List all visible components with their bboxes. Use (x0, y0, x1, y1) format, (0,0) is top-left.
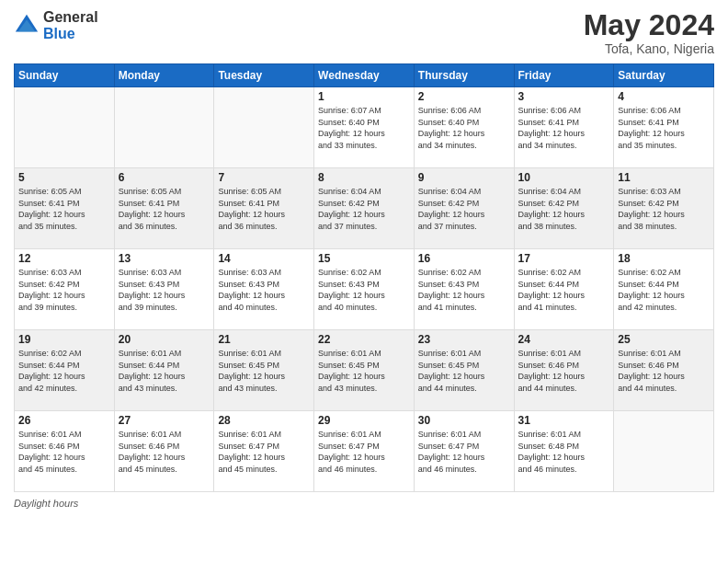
day-number: 5 (18, 171, 110, 184)
cell-text-line: Sunrise: 6:01 AM (418, 429, 510, 441)
cell-text-line: Daylight: 12 hours (218, 209, 310, 221)
calendar-cell: 30Sunrise: 6:01 AMSunset: 6:47 PMDayligh… (414, 411, 514, 492)
cell-text-line: Sunrise: 6:01 AM (218, 348, 310, 360)
cell-text-line: Daylight: 12 hours (418, 371, 510, 383)
header: General Blue May 2024 Tofa, Kano, Nigeri… (14, 9, 714, 56)
day-number: 8 (318, 171, 410, 184)
header-row: SundayMondayTuesdayWednesdayThursdayFrid… (15, 64, 714, 87)
cell-text-line: Sunrise: 6:03 AM (218, 267, 310, 279)
cell-text-line: Daylight: 12 hours (18, 371, 110, 383)
cell-text-line: Daylight: 12 hours (218, 452, 310, 464)
cell-text-line: Sunset: 6:46 PM (119, 441, 210, 453)
day-number: 6 (119, 171, 210, 184)
cell-text-line: Sunrise: 6:07 AM (318, 105, 410, 117)
calendar-cell: 23Sunrise: 6:01 AMSunset: 6:45 PMDayligh… (414, 330, 514, 411)
cell-text-line: Sunset: 6:47 PM (318, 441, 410, 453)
cell-text-line: Sunset: 6:45 PM (318, 360, 410, 372)
cell-text-line: Daylight: 12 hours (18, 290, 110, 302)
calendar-cell: 24Sunrise: 6:01 AMSunset: 6:46 PMDayligh… (514, 330, 614, 411)
cell-text-line: Sunrise: 6:06 AM (618, 105, 710, 117)
cell-text-line: and 43 minutes. (119, 383, 210, 395)
cell-text-line: Daylight: 12 hours (318, 452, 410, 464)
cell-text-line: Daylight: 12 hours (618, 290, 710, 302)
week-row-4: 19Sunrise: 6:02 AMSunset: 6:44 PMDayligh… (15, 330, 714, 411)
calendar-cell: 12Sunrise: 6:03 AMSunset: 6:42 PMDayligh… (15, 249, 115, 330)
cell-text-line: Daylight: 12 hours (119, 371, 210, 383)
cell-text-line: Daylight: 12 hours (618, 128, 710, 140)
cell-text-line: Sunset: 6:46 PM (518, 360, 610, 372)
cell-text-line: and 45 minutes. (119, 464, 210, 476)
cell-text-line: and 34 minutes. (518, 140, 610, 152)
day-number: 3 (518, 90, 610, 103)
day-number: 21 (218, 333, 310, 346)
cell-text-line: Daylight: 12 hours (518, 371, 610, 383)
footer: Daylight hours (14, 498, 714, 509)
cell-text-line: Daylight: 12 hours (418, 452, 510, 464)
calendar-cell: 19Sunrise: 6:02 AMSunset: 6:44 PMDayligh… (15, 330, 115, 411)
cell-text-line: Sunset: 6:44 PM (18, 360, 110, 372)
cell-text-line: Sunset: 6:43 PM (119, 279, 210, 291)
cell-text-line: Daylight: 12 hours (318, 209, 410, 221)
cell-text-line: Sunrise: 6:02 AM (618, 267, 710, 279)
cell-text-line: Sunrise: 6:01 AM (318, 429, 410, 441)
day-number: 2 (418, 90, 510, 103)
day-number: 17 (518, 252, 610, 265)
cell-text-line: Daylight: 12 hours (618, 209, 710, 221)
day-number: 22 (318, 333, 410, 346)
cell-text-line: and 42 minutes. (618, 302, 710, 314)
cell-text-line: Sunset: 6:48 PM (518, 441, 610, 453)
day-number: 1 (318, 90, 410, 103)
cell-text-line: and 45 minutes. (218, 464, 310, 476)
cell-text-line: Sunset: 6:41 PM (119, 198, 210, 210)
cell-text-line: Daylight: 12 hours (518, 452, 610, 464)
cell-text-line: Sunrise: 6:03 AM (618, 186, 710, 198)
calendar-cell: 14Sunrise: 6:03 AMSunset: 6:43 PMDayligh… (214, 249, 314, 330)
cell-text-line: Daylight: 12 hours (518, 290, 610, 302)
title-block: May 2024 Tofa, Kano, Nigeria (584, 9, 714, 56)
cell-text-line: and 46 minutes. (318, 464, 410, 476)
cell-text-line: Sunset: 6:42 PM (418, 198, 510, 210)
cell-text-line: and 33 minutes. (318, 140, 410, 152)
cell-text-line: and 46 minutes. (518, 464, 610, 476)
calendar-cell: 28Sunrise: 6:01 AMSunset: 6:47 PMDayligh… (214, 411, 314, 492)
day-number: 15 (318, 252, 410, 265)
week-row-3: 12Sunrise: 6:03 AMSunset: 6:42 PMDayligh… (15, 249, 714, 330)
day-number: 19 (18, 333, 110, 346)
day-number: 30 (418, 414, 510, 427)
cell-text-line: Sunrise: 6:01 AM (18, 429, 110, 441)
cell-text-line: and 35 minutes. (18, 221, 110, 233)
cell-text-line: Sunrise: 6:01 AM (418, 348, 510, 360)
cell-text-line: and 37 minutes. (318, 221, 410, 233)
cell-text-line: Daylight: 12 hours (418, 209, 510, 221)
cell-text-line: Daylight: 12 hours (518, 128, 610, 140)
day-number: 16 (418, 252, 510, 265)
cell-text-line: Sunset: 6:43 PM (418, 279, 510, 291)
cell-text-line: Sunrise: 6:04 AM (518, 186, 610, 198)
cell-text-line: Sunrise: 6:06 AM (518, 105, 610, 117)
cell-text-line: Sunrise: 6:05 AM (218, 186, 310, 198)
cell-text-line: and 45 minutes. (18, 464, 110, 476)
cell-text-line: Sunrise: 6:03 AM (119, 267, 210, 279)
calendar-cell: 17Sunrise: 6:02 AMSunset: 6:44 PMDayligh… (514, 249, 614, 330)
cell-text-line: Daylight: 12 hours (18, 452, 110, 464)
cell-text-line: and 36 minutes. (218, 221, 310, 233)
cell-text-line: Daylight: 12 hours (218, 290, 310, 302)
cell-text-line: and 36 minutes. (119, 221, 210, 233)
calendar-cell (15, 87, 115, 168)
calendar-cell: 9Sunrise: 6:04 AMSunset: 6:42 PMDaylight… (414, 168, 514, 249)
cell-text-line: Sunset: 6:45 PM (218, 360, 310, 372)
calendar-cell: 31Sunrise: 6:01 AMSunset: 6:48 PMDayligh… (514, 411, 614, 492)
cell-text-line: Sunrise: 6:06 AM (418, 105, 510, 117)
calendar-cell: 29Sunrise: 6:01 AMSunset: 6:47 PMDayligh… (314, 411, 415, 492)
cell-text-line: Daylight: 12 hours (119, 209, 210, 221)
week-row-5: 26Sunrise: 6:01 AMSunset: 6:46 PMDayligh… (15, 411, 714, 492)
cell-text-line: Sunrise: 6:02 AM (518, 267, 610, 279)
calendar-cell: 3Sunrise: 6:06 AMSunset: 6:41 PMDaylight… (514, 87, 614, 168)
week-row-2: 5Sunrise: 6:05 AMSunset: 6:41 PMDaylight… (15, 168, 714, 249)
cell-text-line: Sunset: 6:44 PM (119, 360, 210, 372)
cell-text-line: Sunset: 6:45 PM (418, 360, 510, 372)
cell-text-line: Sunrise: 6:01 AM (119, 348, 210, 360)
calendar-cell: 27Sunrise: 6:01 AMSunset: 6:46 PMDayligh… (114, 411, 214, 492)
day-header-saturday: Saturday (614, 64, 714, 87)
cell-text-line: Daylight: 12 hours (618, 371, 710, 383)
